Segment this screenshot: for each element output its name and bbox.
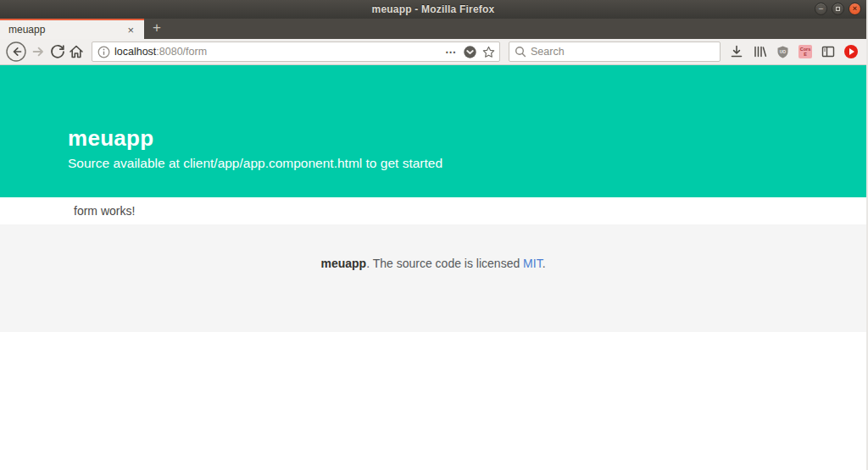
empty-page-area: [0, 332, 866, 470]
form-works-row: form works!: [0, 197, 866, 224]
new-tab-button[interactable]: +: [144, 19, 170, 39]
search-input[interactable]: [531, 46, 715, 58]
toolbar-right: UO Cors E: [726, 41, 868, 63]
window-title: meuapp - Mozilla Firefox: [0, 3, 866, 15]
cors-label-bottom: E: [804, 52, 807, 57]
maximize-button[interactable]: [832, 3, 844, 15]
reload-button[interactable]: [49, 41, 66, 63]
footer-line: meuapp. The source code is licensed MIT.: [0, 257, 866, 270]
reload-icon: [49, 43, 66, 60]
pocket-icon[interactable]: [463, 45, 477, 59]
cors-everywhere-button[interactable]: Cors E: [794, 41, 816, 63]
downloads-button[interactable]: [726, 41, 748, 63]
url-bar[interactable]: localhost:8080/form ⋯: [92, 41, 500, 62]
cors-badge-icon: Cors E: [798, 45, 812, 58]
forward-icon: [29, 42, 47, 61]
tab-meuapp[interactable]: meuapp ×: [0, 19, 144, 39]
navigation-toolbar: localhost:8080/form ⋯: [0, 39, 866, 65]
title-bar[interactable]: meuapp - Mozilla Firefox – ×: [0, 0, 866, 19]
sidebar-toggle-button[interactable]: [817, 41, 839, 63]
bookmark-star-icon[interactable]: [481, 45, 496, 59]
hero-title: meuapp: [68, 126, 866, 151]
forward-button[interactable]: [29, 41, 47, 63]
download-icon: [729, 44, 744, 59]
footer-section: meuapp. The source code is licensed MIT.: [0, 224, 866, 332]
video-play-icon: [844, 45, 858, 58]
minimize-button[interactable]: –: [815, 3, 827, 15]
search-bar[interactable]: [509, 41, 721, 62]
library-button[interactable]: [748, 41, 771, 63]
mit-license-link[interactable]: MIT: [523, 257, 542, 270]
footer-text: . The source code is licensed: [366, 257, 523, 270]
url-host: localhost: [114, 46, 156, 58]
video-downloadhelper-button[interactable]: [840, 41, 862, 63]
ublock-origin-button[interactable]: UO: [771, 41, 793, 63]
sidebar-icon: [821, 44, 836, 59]
site-info-icon[interactable]: [97, 46, 110, 58]
home-button[interactable]: [68, 41, 85, 63]
menu-button[interactable]: [863, 41, 868, 63]
hero-jumbotron: meuapp Source available at client/app/ap…: [0, 65, 866, 197]
url-text[interactable]: localhost:8080/form: [114, 46, 439, 58]
close-button[interactable]: ×: [849, 3, 861, 15]
url-path: :8080/form: [156, 46, 207, 58]
back-icon: [5, 41, 27, 63]
page-content: meuapp Source available at client/app/ap…: [0, 65, 866, 470]
hero-subtitle: Source available at client/app/app.compo…: [68, 156, 866, 171]
ublock-shield-icon: UO: [776, 45, 790, 59]
footer-app-name: meuapp: [320, 257, 366, 270]
tab-label: meuapp: [8, 24, 119, 36]
svg-text:UO: UO: [779, 48, 786, 53]
home-icon: [68, 43, 85, 60]
form-works-text: form works!: [74, 204, 135, 218]
tab-close-icon[interactable]: ×: [124, 23, 137, 37]
tab-bar: meuapp × +: [0, 19, 866, 39]
page-actions-button[interactable]: ⋯: [443, 46, 459, 58]
back-button[interactable]: [5, 41, 27, 63]
maximize-icon: [836, 7, 840, 11]
window-controls: – ×: [815, 3, 861, 15]
firefox-window: meuapp - Mozilla Firefox – × meuapp × +: [0, 0, 868, 470]
library-icon: [752, 44, 767, 59]
footer-suffix: .: [542, 257, 546, 270]
search-icon: [515, 46, 526, 58]
